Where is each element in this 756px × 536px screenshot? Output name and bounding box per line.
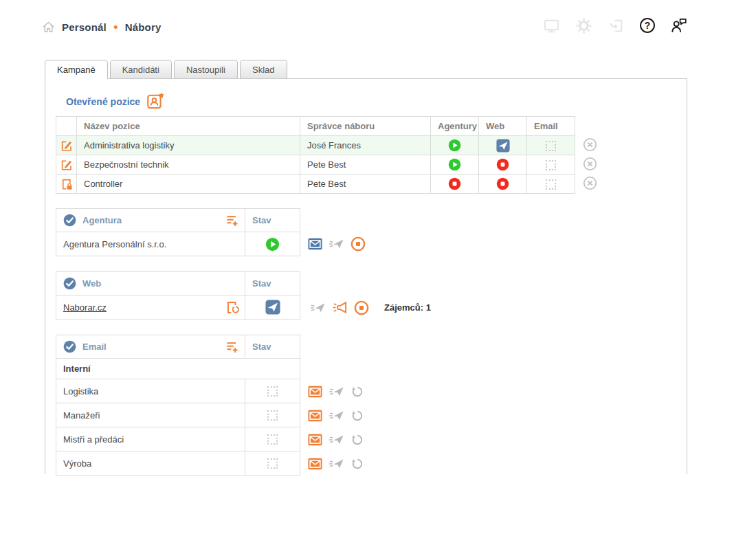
delete-position-button[interactable] (583, 157, 597, 171)
positions-header-web: Web (479, 117, 527, 136)
add-position-icon[interactable] (146, 92, 165, 111)
doc-republish-icon[interactable] (225, 300, 240, 315)
stop-action-icon[interactable] (351, 236, 366, 252)
stop-status-icon[interactable] (448, 177, 461, 190)
send-action-icon[interactable] (329, 383, 344, 399)
web-stav-header: Stav (245, 272, 300, 295)
stop-status-icon[interactable] (496, 177, 509, 190)
agency-name: Agentura Personální s.r.o. (56, 232, 245, 256)
send-action-icon[interactable] (329, 407, 344, 423)
send-action-icon[interactable] (329, 456, 344, 471)
positions-header-manager: Správce náboru (300, 117, 431, 136)
email-row-actions (308, 432, 364, 447)
content-panel: Otevřené pozice Název pozice Správce náb… (45, 78, 687, 474)
positions-table: Název pozice Správce náboru Agentury Web… (56, 116, 575, 194)
user-chat-icon[interactable] (670, 16, 688, 34)
tab-sklad[interactable]: Sklad (240, 60, 287, 78)
email-section-title: Email (82, 342, 219, 352)
table-row: Controller Pete Best (56, 175, 575, 194)
list-item: Manažeři (56, 403, 300, 427)
position-name: Controller (77, 175, 300, 194)
email-action-icon[interactable] (308, 238, 322, 250)
email-group-name: Výroba (56, 451, 245, 476)
email-row-actions (308, 383, 364, 399)
position-manager: Pete Best (300, 175, 431, 194)
email-group-label: Interní (56, 359, 300, 379)
delete-position-button[interactable] (583, 176, 597, 190)
email-table: Email Stav Interní Logistika Manažeři Mi… (56, 335, 300, 476)
undo-action-icon[interactable] (351, 457, 364, 471)
send-action-icon[interactable] (329, 236, 344, 252)
position-manager: Pete Best (300, 155, 431, 175)
agency-table: Agentura Stav Agentura Personální s.r.o. (56, 208, 300, 256)
list-item: Výroba (56, 451, 300, 476)
top-bar: Personál • Nábory ? (41, 16, 715, 37)
email-stav-header: Stav (245, 335, 300, 359)
list-item: Agentura Personální s.r.o. (56, 232, 300, 256)
stop-action-icon[interactable] (354, 300, 369, 315)
gear-icon[interactable] (575, 17, 592, 34)
play-status-icon[interactable] (448, 158, 461, 171)
positions-header-row: Název pozice Správce náboru Agentury Web… (56, 117, 575, 136)
email-action-icon[interactable] (308, 410, 322, 422)
email-group-name: Manažeři (56, 403, 245, 427)
send-action-icon[interactable] (329, 432, 344, 447)
email-action-icon[interactable] (308, 458, 322, 470)
tab-kampane[interactable]: Kampaně (45, 60, 108, 79)
undo-action-icon[interactable] (351, 385, 364, 399)
announce-icon[interactable] (332, 300, 348, 315)
positions-header-agencies: Agentury (431, 117, 479, 136)
delete-position-button[interactable] (583, 137, 597, 152)
page-title: Otevřené pozice (66, 96, 140, 107)
add-list-icon[interactable] (225, 214, 239, 227)
email-group-name: Mistři a předáci (56, 427, 245, 451)
tab-bar: Kampaně Kandidáti Nastoupili Sklad (45, 60, 287, 79)
email-row-actions (308, 456, 364, 471)
home-icon[interactable] (41, 20, 56, 34)
breadcrumb-section[interactable]: Personál (62, 21, 107, 33)
undo-action-icon[interactable] (351, 433, 364, 447)
send-action-icon[interactable] (310, 300, 326, 315)
email-group-name: Logistika (56, 379, 245, 403)
empty-status-icon[interactable] (267, 410, 278, 421)
help-icon[interactable]: ? (640, 18, 655, 33)
email-group-row: Interní (56, 359, 300, 379)
edit-icon[interactable] (60, 139, 73, 152)
sent-status-icon[interactable] (496, 139, 510, 153)
monitor-icon[interactable] (543, 17, 560, 34)
tab-nastoupili[interactable]: Nastoupili (174, 60, 238, 78)
applicants-count: Zájemců: 1 (384, 302, 431, 313)
empty-status-icon[interactable] (267, 434, 278, 445)
tab-kandidati[interactable]: Kandidáti (110, 60, 172, 78)
check-circle-icon[interactable] (63, 277, 76, 290)
list-item: Logistika (56, 379, 300, 403)
empty-status-icon[interactable] (267, 458, 278, 469)
email-action-icon[interactable] (308, 386, 322, 398)
check-circle-icon[interactable] (63, 214, 76, 227)
sign-out-icon[interactable] (608, 17, 625, 34)
position-name: Administrativa logistiky (77, 136, 300, 155)
position-manager: José Frances (300, 136, 431, 155)
stop-status-icon[interactable] (496, 158, 509, 171)
play-status-icon[interactable] (448, 139, 461, 152)
empty-status-icon[interactable] (546, 141, 556, 151)
web-section-title: Web (82, 278, 239, 289)
undo-action-icon[interactable] (351, 409, 364, 423)
doc-lock-icon[interactable] (60, 178, 73, 190)
agency-stav-header: Stav (245, 209, 300, 232)
edit-icon[interactable] (60, 159, 73, 171)
check-circle-icon[interactable] (63, 340, 76, 353)
web-portal-link[interactable]: Naborar.cz (63, 302, 225, 313)
position-name: Bezpečnostní technik (77, 155, 300, 175)
breadcrumb-page[interactable]: Nábory (125, 21, 162, 33)
empty-status-icon[interactable] (546, 179, 556, 190)
email-action-icon[interactable] (308, 434, 322, 446)
agency-section-title: Agentura (82, 215, 219, 225)
list-item: Mistři a předáci (56, 427, 300, 451)
sent-status-icon[interactable] (265, 300, 280, 315)
empty-status-icon[interactable] (267, 386, 278, 397)
play-status-icon[interactable] (265, 237, 280, 252)
add-list-icon[interactable] (225, 340, 239, 354)
empty-status-icon[interactable] (546, 160, 556, 170)
positions-header-name: Název pozice (77, 117, 300, 136)
